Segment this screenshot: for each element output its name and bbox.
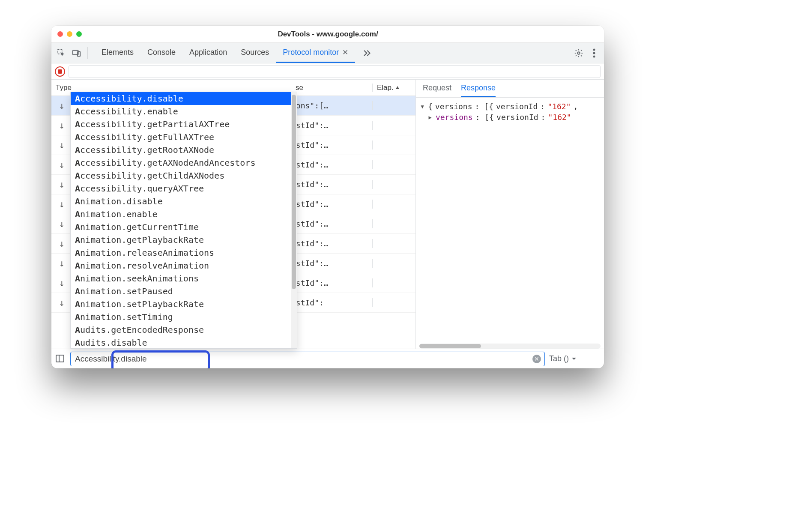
clear-input-icon[interactable]: ✕ bbox=[532, 355, 541, 363]
tab-protocol-monitor[interactable]: Protocol monitor✕ bbox=[276, 43, 355, 63]
close-tab-icon[interactable]: ✕ bbox=[342, 48, 348, 57]
message-sent-icon: ↓ bbox=[59, 120, 64, 131]
autocomplete-item[interactable]: Animation.setPlaybackRate bbox=[71, 298, 291, 311]
details-tabs: RequestResponse bbox=[416, 80, 604, 98]
footer-hint[interactable]: Tab () bbox=[549, 354, 601, 363]
response-cell: estId":… bbox=[291, 121, 373, 130]
titlebar: DevTools - www.google.com/ bbox=[51, 26, 604, 43]
autocomplete-item[interactable]: Audits.disable bbox=[71, 336, 291, 348]
disclosure-closed-icon[interactable]: ▶ bbox=[427, 114, 433, 120]
autocomplete-item[interactable]: Accessibility.getAXNodeAndAncestors bbox=[71, 156, 291, 169]
response-cell: estId":… bbox=[291, 180, 373, 189]
autocomplete-item[interactable]: Accessibility.getChildAXNodes bbox=[71, 169, 291, 182]
message-sent-icon: ↓ bbox=[59, 199, 64, 209]
autocomplete-item[interactable]: Accessibility.queryAXTree bbox=[71, 182, 291, 195]
divider bbox=[87, 47, 88, 59]
autocomplete-item[interactable]: Audits.getEncodedResponse bbox=[71, 323, 291, 336]
autocomplete-item[interactable]: Animation.setTiming bbox=[71, 311, 291, 323]
autocomplete-item[interactable]: Animation.getPlaybackRate bbox=[71, 233, 291, 246]
filter-row bbox=[51, 63, 604, 80]
settings-icon[interactable] bbox=[573, 48, 584, 59]
tree-root-line[interactable]: ▼ {versions: [{versionId: "162", bbox=[419, 102, 601, 111]
tab-sources[interactable]: Sources bbox=[234, 43, 276, 63]
autocomplete-item[interactable]: Accessibility.getPartialAXTree bbox=[71, 118, 291, 131]
autocomplete-item[interactable]: Accessibility.getRootAXNode bbox=[71, 143, 291, 156]
response-tree: ▼ {versions: [{versionId: "162", ▶ versi… bbox=[416, 98, 604, 341]
message-grid: Type se Elap. ↓ions":[…↓estId":…↓estId":… bbox=[51, 80, 415, 349]
message-sent-icon: ↓ bbox=[59, 297, 64, 308]
tab-application[interactable]: Application bbox=[182, 43, 234, 63]
response-cell: estId":… bbox=[291, 160, 373, 169]
inspect-icon[interactable] bbox=[56, 48, 67, 59]
response-cell: estId":… bbox=[291, 219, 373, 228]
details-panel: RequestResponse ▼ {versions: [{versionId… bbox=[415, 80, 604, 349]
message-sent-icon: ↓ bbox=[59, 179, 64, 190]
autocomplete-item[interactable]: Animation.enable bbox=[71, 208, 291, 221]
response-cell: estId":… bbox=[291, 140, 373, 149]
autocomplete-item[interactable]: Accessibility.enable bbox=[71, 105, 291, 118]
autocomplete-item[interactable]: Animation.resolveAnimation bbox=[71, 259, 291, 272]
response-cell: estId":… bbox=[291, 200, 373, 209]
response-cell: estId": bbox=[291, 298, 373, 307]
command-input[interactable] bbox=[74, 354, 529, 364]
window-title: DevTools - www.google.com/ bbox=[58, 30, 598, 39]
response-cell: estId":… bbox=[291, 239, 373, 248]
col-type[interactable]: Type bbox=[51, 84, 72, 92]
disclosure-open-icon[interactable]: ▼ bbox=[419, 104, 425, 110]
panel-body: Type se Elap. ↓ions":[…↓estId":…↓estId":… bbox=[51, 80, 604, 349]
command-autocomplete: Accessibility.disableAccessibility.enabl… bbox=[70, 92, 297, 349]
main-toolbar: ElementsConsoleApplicationSourcesProtoco… bbox=[51, 43, 604, 63]
autocomplete-item[interactable]: Accessibility.getFullAXTree bbox=[71, 131, 291, 143]
autocomplete-item[interactable]: Animation.setPaused bbox=[71, 285, 291, 298]
col-elapsed[interactable]: Elap. bbox=[373, 84, 415, 92]
svg-point-3 bbox=[577, 52, 580, 54]
tree-child-line[interactable]: ▶ versions: [{versionId: "162" bbox=[419, 113, 601, 122]
details-h-scrollbar[interactable] bbox=[419, 344, 601, 349]
tab-elements[interactable]: Elements bbox=[95, 43, 140, 63]
col-response[interactable]: se bbox=[291, 84, 373, 92]
chevron-down-icon bbox=[571, 356, 577, 362]
message-sent-icon: ↓ bbox=[59, 140, 64, 150]
autocomplete-scrollbar[interactable] bbox=[291, 92, 297, 348]
svg-point-6 bbox=[593, 55, 595, 57]
autocomplete-item[interactable]: Accessibility.disable bbox=[71, 92, 291, 105]
more-tabs-icon[interactable] bbox=[362, 48, 373, 59]
message-sent-icon: ↓ bbox=[59, 238, 64, 249]
message-sent-icon: ↓ bbox=[59, 278, 64, 288]
svg-rect-7 bbox=[56, 355, 64, 362]
tab-console[interactable]: Console bbox=[140, 43, 182, 63]
message-sent-icon: ↓ bbox=[59, 159, 64, 170]
response-cell: ions":[… bbox=[291, 101, 373, 110]
svg-point-5 bbox=[593, 52, 595, 54]
details-tab-request[interactable]: Request bbox=[423, 80, 451, 97]
filter-input[interactable] bbox=[69, 65, 601, 78]
drawer-toggle-icon[interactable] bbox=[55, 353, 66, 365]
sort-asc-icon bbox=[395, 86, 400, 90]
message-sent-icon: ↓ bbox=[59, 100, 64, 111]
autocomplete-item[interactable]: Animation.getCurrentTime bbox=[71, 221, 291, 233]
message-sent-icon: ↓ bbox=[59, 218, 64, 229]
record-button[interactable] bbox=[55, 66, 65, 77]
devtools-window: DevTools - www.google.com/ ElementsConso… bbox=[51, 26, 604, 368]
device-toolbar-icon[interactable] bbox=[71, 48, 82, 59]
command-input-wrap: ✕ bbox=[70, 352, 545, 366]
details-tab-response[interactable]: Response bbox=[461, 80, 496, 97]
response-cell: estId":… bbox=[291, 278, 373, 287]
autocomplete-item[interactable]: Animation.releaseAnimations bbox=[71, 246, 291, 259]
footer: ✕ Tab () bbox=[51, 349, 604, 368]
svg-point-4 bbox=[593, 48, 595, 51]
kebab-menu-icon[interactable] bbox=[589, 48, 600, 59]
autocomplete-item[interactable]: Animation.seekAnimations bbox=[71, 272, 291, 285]
response-cell: estId":… bbox=[291, 259, 373, 268]
panel-tabs: ElementsConsoleApplicationSourcesProtoco… bbox=[95, 43, 355, 63]
message-sent-icon: ↓ bbox=[59, 258, 64, 269]
autocomplete-item[interactable]: Animation.disable bbox=[71, 195, 291, 208]
